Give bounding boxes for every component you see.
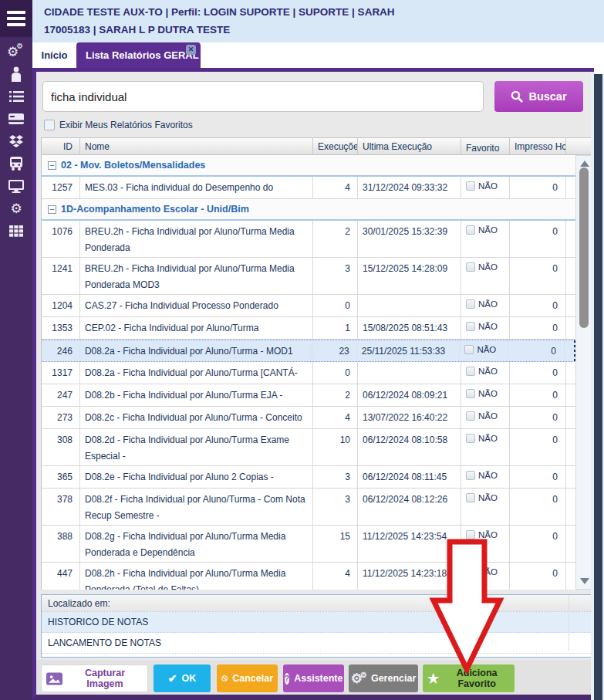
ok-button[interactable]: ✔ OK [154, 664, 211, 692]
col-execucoes[interactable]: Execuçõe [313, 138, 358, 154]
table-row[interactable]: 1076BREU.2h - Ficha Individual por Aluno… [42, 221, 576, 258]
table-row[interactable]: 1257MES.03 - Ficha individual do Desempe… [42, 177, 576, 199]
favorite-checkbox[interactable] [466, 225, 475, 235]
col-nome[interactable]: Nome [80, 138, 313, 154]
cell-ultima-execucao: 11/12/2025 14:23:54 [358, 526, 461, 562]
favorite-checkbox[interactable] [466, 530, 475, 539]
close-tab-icon[interactable]: ✕ [186, 45, 196, 55]
user-icon[interactable] [8, 66, 25, 82]
col-impresso[interactable]: Impresso Hc [510, 138, 566, 154]
table-header: ID Nome Execuçõe Ultima Execução Favorit… [41, 137, 592, 155]
integrations-box-icon[interactable] [8, 134, 25, 149]
favorito-value: NÃO [478, 322, 498, 332]
content-panel: Buscar Exibir Meus Relatórios Favoritos … [32, 68, 594, 700]
favorite-checkbox[interactable] [466, 471, 475, 480]
favorites-checkbox[interactable] [44, 120, 55, 130]
localizado-item[interactable]: LANCAMENTO DE NOTAS [42, 633, 591, 654]
transport-bus-icon[interactable] [8, 156, 25, 171]
scroll-down-icon[interactable] [580, 578, 589, 584]
cell-id: 447 [42, 563, 80, 590]
cell-nome: BREU.2h - Ficha Individual por Aluno/Tur… [80, 258, 313, 294]
cell-favorito: NÃO [460, 340, 508, 361]
cell-execucoes: 10 [313, 429, 358, 465]
localizado-panel: Localizado em: HISTORICO DE NOTASLANCAME… [41, 594, 592, 658]
cell-id: 273 [42, 407, 80, 428]
table-row[interactable]: 308D08.2d - Ficha Individual por Aluno/T… [42, 429, 576, 466]
localizado-item-label: LANCAMENTO DE NOTAS [48, 637, 161, 648]
cell-id: 365 [42, 466, 80, 488]
table-row[interactable]: 247D08.2b - Ficha Individual por Aluno/T… [42, 384, 576, 407]
grid-table-icon[interactable] [8, 223, 25, 238]
capturar-imagem-button[interactable]: Capturar Imagem [41, 664, 148, 692]
cell-id: 308 [42, 429, 80, 465]
favorite-checkbox[interactable] [466, 181, 475, 191]
favorite-checkbox[interactable] [464, 345, 474, 354]
collapse-icon[interactable]: − [48, 205, 56, 214]
gerenciar-button[interactable]: ⚙⚙ Gerenciar [349, 664, 418, 692]
report-group-label: 1D-Acompanhamento Escolar - Unid/Bim [61, 204, 249, 215]
favorite-checkbox[interactable] [466, 567, 475, 577]
payment-card-icon[interactable] [8, 111, 25, 127]
settings-gear-icon[interactable]: ⚙ [8, 201, 25, 216]
favorite-checkbox[interactable] [466, 493, 475, 502]
tab-inicio[interactable]: Início [32, 42, 76, 68]
buscar-button[interactable]: Buscar [494, 81, 583, 112]
table-row[interactable]: 378D08.2f - Ficha Individual por Aluno/T… [42, 489, 576, 526]
favorito-value: NÃO [478, 567, 498, 577]
cell-nome: BREU.2h - Ficha Individual por Aluno/Tur… [80, 221, 313, 257]
assistente-label: Assistente [294, 673, 342, 684]
report-group-row[interactable]: −1D-Acompanhamento Escolar - Unid/Bim [42, 199, 576, 221]
favorite-checkbox[interactable] [466, 367, 475, 376]
cell-execucoes: 0 [313, 362, 358, 384]
col-id[interactable]: ID [42, 138, 80, 154]
cell-favorito: NÃO [461, 221, 510, 257]
ok-label: OK [181, 673, 196, 684]
collapse-icon[interactable]: − [48, 161, 56, 170]
buscar-label: Buscar [528, 90, 566, 103]
table-row[interactable]: 1241BREU.2h - Ficha Individual por Aluno… [42, 258, 576, 295]
cell-impresso: 0 [510, 526, 566, 562]
cell-id: 246 [42, 340, 80, 361]
settings-cogs-icon[interactable]: ⚙⚙ [8, 44, 25, 59]
table-row[interactable]: 1204CAS.27 - Ficha Individual Processo P… [42, 295, 576, 317]
cancelar-button[interactable]: Cancelar [217, 664, 278, 692]
table-row[interactable]: 246D08.2a - Ficha Individual por Aluno/T… [42, 340, 576, 362]
cell-id: 1353 [42, 317, 80, 339]
report-group-label: 02 - Mov. Boletos/Mensalidades [61, 160, 205, 171]
col-ultima[interactable]: Ultima Execução [358, 138, 461, 154]
favorite-checkbox[interactable] [466, 389, 475, 398]
cell-favorito: NÃO [461, 526, 510, 562]
table-row[interactable]: 447D08.2h - Ficha Individual por Aluno/T… [42, 563, 576, 590]
cell-favorito: NÃO [461, 466, 510, 488]
assistente-button[interactable]: ? Assistente [283, 664, 344, 692]
scrollbar-thumb[interactable] [579, 167, 589, 328]
report-group-row[interactable]: −02 - Mov. Boletos/Mensalidades [42, 155, 576, 177]
favorite-checkbox[interactable] [466, 262, 475, 272]
adiciona-favorito-button[interactable]: ★ Adiciona Favorito [423, 664, 515, 692]
scroll-up-icon[interactable] [580, 161, 589, 167]
favorito-value: NÃO [478, 389, 498, 399]
table-row[interactable]: 1353CEP.02 - Ficha Individual por Aluno/… [42, 317, 576, 340]
tab-lista-relatorios[interactable]: Lista Relatórios GERAL ✕ [76, 42, 201, 68]
cell-impresso: 0 [510, 384, 566, 406]
localizado-divider [569, 595, 569, 651]
favorite-checkbox[interactable] [466, 322, 475, 331]
cell-favorito: NÃO [461, 295, 510, 316]
table-row[interactable]: 1317D08.2a - Ficha Individual por Aluno/… [42, 362, 576, 384]
monitor-icon[interactable] [8, 178, 25, 194]
report-list-icon[interactable] [8, 89, 25, 104]
search-input[interactable] [42, 81, 484, 112]
table-row[interactable]: 365D08.2e - Ficha Individual por Aluno 2… [42, 466, 576, 489]
favorito-value: NÃO [478, 225, 498, 235]
favorite-checkbox[interactable] [466, 299, 475, 309]
table-scrollbar[interactable] [575, 155, 592, 590]
favorite-checkbox[interactable] [466, 411, 475, 421]
table-row[interactable]: 388D08.2g - Ficha Individual por Aluno/T… [42, 526, 576, 563]
cell-impresso: 0 [510, 362, 566, 384]
cell-favorito: NÃO [461, 429, 510, 465]
col-favorito[interactable]: Favorito [461, 138, 510, 154]
menu-button[interactable] [0, 0, 32, 37]
table-row[interactable]: 273D08.2c - Ficha Individual por Aluno/T… [42, 407, 576, 429]
localizado-item[interactable]: HISTORICO DE NOTAS [42, 612, 591, 633]
favorite-checkbox[interactable] [466, 434, 475, 443]
